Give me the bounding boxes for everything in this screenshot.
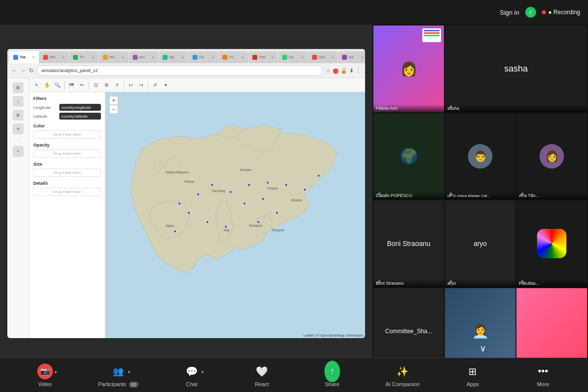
video-muted-icon: 📷 [37,364,53,379]
video-toolbar-item[interactable]: 📷 ▲ Video [28,364,62,387]
react-icon: 🤍 [254,364,270,379]
address-bar[interactable]: simulator/analytics_panel_v2 [37,65,323,76]
participant-tile-catalin: 🌍 🎤 Catalin POPESCU [373,113,444,200]
share-btn-circle: ↑ [324,361,340,382]
browser-tab-2[interactable]: Wo× [39,51,69,63]
tab-favicon-11 [312,55,317,60]
opacity-drop-field[interactable]: Drop Field Here [33,149,101,158]
svg-point-11 [262,197,265,200]
tab-close-8[interactable]: × [242,55,244,60]
tool-filter[interactable]: ⊡ [92,81,100,90]
tab-favicon-9 [252,55,257,60]
browser-tab-5[interactable]: Mo× [129,51,158,63]
tool-pencil[interactable]: ✐ [151,81,160,90]
tab-close[interactable]: × [32,55,35,60]
browser-tab-9[interactable]: The× [248,51,278,63]
browser-tab-3[interactable]: Th× [69,51,98,63]
color-drop-field[interactable]: Drop Field Here [33,130,101,139]
upg-name: UPG-Voica Marian Cat... [445,192,515,199]
tool-export[interactable]: ↗ [112,81,121,90]
latitude-input[interactable]: country.latitude [59,113,101,120]
ai-companion-toolbar-item[interactable]: ✨ AI Companion [385,364,419,387]
forward-button[interactable]: → [20,67,26,74]
browser-tab-active[interactable]: Tab × [9,51,39,63]
scroll-down-indicator[interactable]: ∨ [480,343,486,354]
details-drop-field[interactable]: Drop Field Here [33,188,101,196]
chat-toolbar-item[interactable]: 💬 ▲ Chat [174,364,209,387]
tool-select[interactable]: ↖ [32,81,41,90]
sidebar-icon-1[interactable]: ⊞ [13,82,24,93]
browser-tab-8[interactable]: Fri× [219,51,248,63]
recording-dot [542,10,546,14]
participants-caret[interactable]: ▲ [127,369,131,373]
svg-text:Poland: Poland [268,187,278,190]
participant-tile-fakultas: 🎤 Fakultas... [516,200,587,287]
tool-undo[interactable]: ↩ [126,81,135,90]
sidebar-icon-2[interactable]: ↕ [13,96,24,107]
browser-tab-6[interactable]: My× [159,51,188,63]
committee-display-name: Committee_Sha... [383,328,434,335]
boni-display-name: Boni Straoanu [387,240,431,247]
tab-close-4[interactable]: × [122,55,124,60]
tab-favicon-2 [43,55,48,60]
more-toolbar-item[interactable]: ••• More [526,364,560,387]
svg-point-16 [275,211,278,214]
chat-caret[interactable]: ▲ [200,369,204,373]
tool-map[interactable]: 🗺 [67,81,76,90]
apps-toolbar-item[interactable]: ⊞ Apps [456,364,490,387]
back-button[interactable]: ← [11,67,17,74]
catalin-name: Catalin POPESCU [373,192,444,199]
bookmark-icon[interactable]: ☆ [326,68,331,74]
tab-close-5[interactable]: × [152,55,154,60]
fakultas-name: Fakultas... [516,279,587,287]
extension-icon-2[interactable]: 🔒 [341,68,347,74]
tool-zoom-in[interactable]: 🔍 [53,81,62,90]
tab-close-10[interactable]: × [301,55,304,60]
tab-close-11[interactable]: × [331,55,334,60]
video-label: Video [38,381,52,387]
extension-icon-1[interactable]: ⬤ [333,68,339,74]
sign-in-button[interactable]: Sign in [500,9,519,16]
recording-label: ● Recording [548,9,580,16]
tool-separator-4 [148,81,148,89]
browser-tab-4[interactable]: Mo× [99,51,128,63]
extension-icon-4[interactable]: ⋮ [356,68,361,74]
browser-tab-12[interactable]: Siz× [338,51,365,63]
tool-pan[interactable]: ✋ [43,81,51,90]
map-container[interactable]: France Germany Poland Ukraine Sweden Uni… [105,92,365,338]
svg-point-3 [211,184,214,187]
refresh-button[interactable]: ↻ [29,67,34,74]
felizia-presentation [422,28,441,42]
react-toolbar-item[interactable]: 🤍 React [245,364,279,387]
sidebar-icon-4[interactable]: ≡ [13,123,24,134]
share-toolbar-item[interactable]: ↑ Share [315,364,349,387]
participant-tile-sasha: sasha 🎤 sasha [445,25,587,112]
sidebar-icon-5[interactable]: + [13,146,24,157]
tool-draw[interactable]: ✏ [77,81,86,90]
tab-close-2[interactable]: × [62,55,65,60]
tool-redo[interactable]: ↪ [137,81,146,90]
tab-close-3[interactable]: × [92,55,95,60]
zoom-out-button[interactable]: − [109,105,118,114]
video-caret[interactable]: ▲ [54,369,58,373]
browser-chrome: Tab × Wo× Th× Mo× Mo× My× Go× Fri× The× … [7,49,365,78]
verified-icon: ✓ [525,7,536,18]
zoom-in-button[interactable]: + [109,96,118,105]
longitude-input[interactable]: country.longitude [59,104,101,111]
tab-favicon-12 [342,55,347,60]
tool-highlight[interactable]: ✦ [161,81,170,90]
participants-toolbar-item[interactable]: 👥 ▲ Participants 52 [98,364,139,387]
size-drop-field[interactable]: Drop Field Here [33,169,101,177]
details-section: Details Drop Field Here [33,181,101,196]
browser-tab-7[interactable]: Go× [189,51,218,63]
browser-tab-11[interactable]: Sen× [308,51,338,63]
pres-bar-green [424,35,440,36]
extension-icon-3[interactable]: ⬇ [349,68,354,74]
tab-close-9[interactable]: × [271,55,274,60]
sidebar-icon-3[interactable]: ⊕ [13,110,24,121]
tab-close-6[interactable]: × [182,55,184,60]
tab-close-7[interactable]: × [212,55,214,60]
tab-close-12[interactable]: × [361,55,364,60]
browser-tab-10[interactable]: Siz× [278,51,308,63]
tool-settings[interactable]: ⚙ [102,81,111,90]
